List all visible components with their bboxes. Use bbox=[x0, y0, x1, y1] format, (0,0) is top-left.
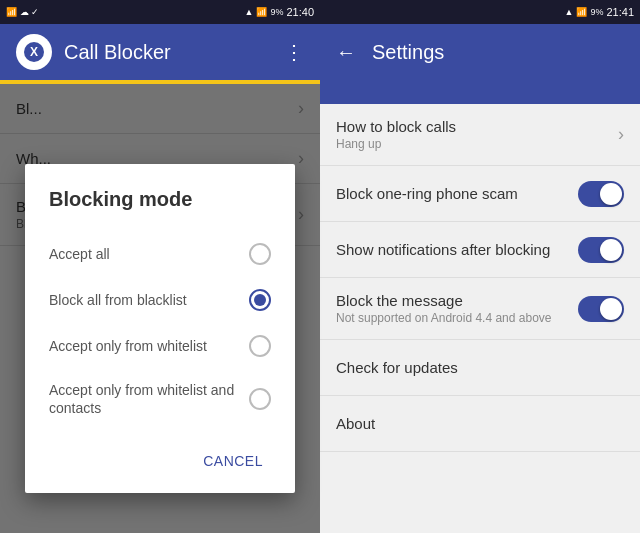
settings-item-one-ring-label: Block one-ring phone scam bbox=[336, 185, 578, 202]
time-right: 21:41 bbox=[606, 6, 634, 18]
list-area: Bl... › Wh... › Bl... Blo... › Blocking … bbox=[0, 84, 320, 533]
settings-item-one-ring[interactable]: Block one-ring phone scam bbox=[320, 166, 640, 222]
settings-item-check-updates-label: Check for updates bbox=[336, 359, 624, 376]
settings-item-check-updates[interactable]: Check for updates bbox=[320, 340, 640, 396]
radio-accept-all-label: Accept all bbox=[49, 245, 249, 263]
radio-block-blacklist-label: Block all from blacklist bbox=[49, 291, 249, 309]
settings-item-block-message-sub: Not supported on Android 4.4 and above bbox=[336, 311, 578, 325]
signal-icon-right: 📶 bbox=[576, 7, 587, 17]
signal-icon: 📶 bbox=[256, 7, 267, 17]
blocking-mode-dialog: Blocking mode Accept all Block all from … bbox=[25, 164, 295, 493]
settings-item-notifications-label: Show notifications after blocking bbox=[336, 241, 578, 258]
radio-block-blacklist[interactable]: Block all from blacklist bbox=[25, 277, 295, 323]
settings-item-how-to-block-content: How to block calls Hang up bbox=[336, 118, 618, 151]
back-button[interactable]: ← bbox=[336, 41, 356, 64]
app-bar-right: ← Settings bbox=[320, 24, 640, 104]
app-bar-left: X Call Blocker ⋮ bbox=[0, 24, 320, 80]
settings-item-about-label: About bbox=[336, 415, 624, 432]
left-panel: 📶 ☁ ✓ ▲ 📶 9% 21:40 X Call Blocker ⋮ Bl..… bbox=[0, 0, 320, 533]
how-to-block-chevron: › bbox=[618, 124, 624, 145]
app-icon: X bbox=[16, 34, 52, 70]
settings-list: How to block calls Hang up › Block one-r… bbox=[320, 104, 640, 533]
battery-left: 9% bbox=[270, 7, 283, 17]
settings-item-notifications-content: Show notifications after blocking bbox=[336, 241, 578, 258]
settings-item-how-to-block[interactable]: How to block calls Hang up › bbox=[320, 104, 640, 166]
app-title: Call Blocker bbox=[64, 41, 272, 64]
settings-title: Settings bbox=[372, 41, 444, 64]
radio-accept-whitelist-label: Accept only from whitelist bbox=[49, 337, 249, 355]
one-ring-toggle[interactable] bbox=[578, 181, 624, 207]
battery-right: 9% bbox=[590, 7, 603, 17]
status-bar-left: 📶 ☁ ✓ ▲ 📶 9% 21:40 bbox=[0, 0, 320, 24]
cancel-button[interactable]: Cancel bbox=[187, 445, 279, 477]
radio-accept-whitelist-contacts[interactable]: Accept only from whitelist and contacts bbox=[25, 369, 295, 429]
settings-item-block-message[interactable]: Block the message Not supported on Andro… bbox=[320, 278, 640, 340]
more-icon[interactable]: ⋮ bbox=[284, 40, 304, 64]
settings-item-how-to-block-label: How to block calls bbox=[336, 118, 618, 135]
settings-item-one-ring-content: Block one-ring phone scam bbox=[336, 185, 578, 202]
app-bar-right-content: ← Settings bbox=[320, 24, 640, 80]
settings-item-about[interactable]: About bbox=[320, 396, 640, 452]
dialog-actions: Cancel bbox=[25, 429, 295, 485]
dialog-title: Blocking mode bbox=[25, 188, 295, 231]
settings-item-notifications[interactable]: Show notifications after blocking bbox=[320, 222, 640, 278]
settings-item-block-message-label: Block the message bbox=[336, 292, 578, 309]
settings-item-how-to-block-sub: Hang up bbox=[336, 137, 618, 151]
time-left: 21:40 bbox=[286, 6, 314, 18]
settings-item-check-updates-content: Check for updates bbox=[336, 359, 624, 376]
right-status-right: ▲ 📶 9% 21:41 bbox=[565, 6, 634, 18]
svg-text:X: X bbox=[30, 45, 38, 59]
status-bar-right: ▲ 📶 9% 21:41 bbox=[320, 0, 640, 24]
settings-item-about-content: About bbox=[336, 415, 624, 432]
dialog-overlay: Blocking mode Accept all Block all from … bbox=[0, 84, 320, 533]
left-status-right: ▲ 📶 9% 21:40 bbox=[245, 6, 314, 18]
left-status-icons: 📶 ☁ ✓ bbox=[6, 7, 39, 17]
radio-accept-all[interactable]: Accept all bbox=[25, 231, 295, 277]
radio-accept-whitelist[interactable]: Accept only from whitelist bbox=[25, 323, 295, 369]
radio-accept-all-circle bbox=[249, 243, 271, 265]
radio-accept-whitelist-contacts-circle bbox=[249, 388, 271, 410]
block-message-toggle[interactable] bbox=[578, 296, 624, 322]
radio-block-blacklist-circle bbox=[249, 289, 271, 311]
notification-icons: 📶 ☁ ✓ bbox=[6, 7, 39, 17]
right-panel: ▲ 📶 9% 21:41 ← Settings How to block cal… bbox=[320, 0, 640, 533]
radio-accept-whitelist-contacts-label: Accept only from whitelist and contacts bbox=[49, 381, 249, 417]
settings-item-block-message-content: Block the message Not supported on Andro… bbox=[336, 292, 578, 325]
wifi-icon-right: ▲ bbox=[565, 7, 574, 17]
notifications-toggle[interactable] bbox=[578, 237, 624, 263]
wifi-icon: ▲ bbox=[245, 7, 254, 17]
radio-accept-whitelist-circle bbox=[249, 335, 271, 357]
